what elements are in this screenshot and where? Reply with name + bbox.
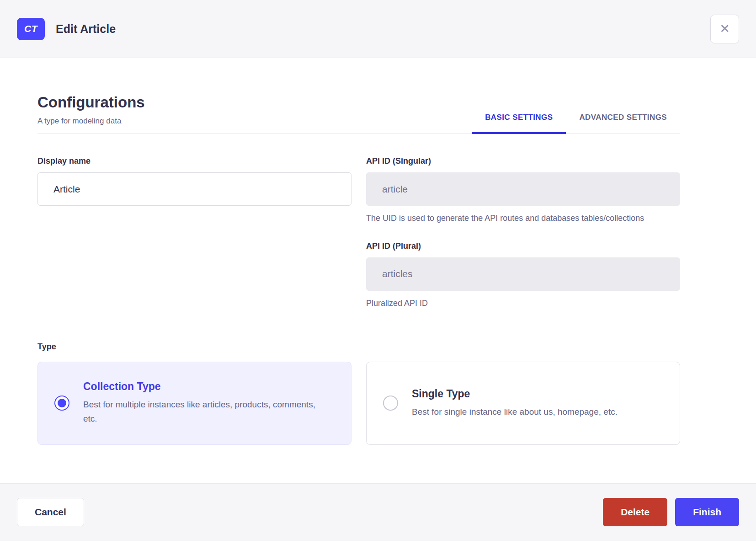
api-id-plural-hint: Pluralized API ID — [366, 297, 663, 310]
tab-advanced-settings[interactable]: ADVANCED SETTINGS — [566, 113, 680, 134]
tab-basic-settings[interactable]: BASIC SETTINGS — [472, 113, 566, 134]
close-button[interactable]: ✕ — [710, 15, 739, 43]
configuration-form: Display name API ID (Singular) The UID i… — [37, 156, 680, 310]
collection-type-card[interactable]: Collection Type Best for multiple instan… — [37, 362, 351, 445]
type-label: Type — [37, 342, 680, 352]
form-column-right: API ID (Singular) The UID is used to gen… — [366, 156, 680, 310]
display-name-label: Display name — [37, 156, 351, 166]
close-icon: ✕ — [719, 23, 730, 35]
collection-type-text: Collection Type Best for multiple instan… — [83, 380, 330, 426]
api-id-plural-input — [366, 257, 680, 291]
collection-type-description: Best for multiple instances like article… — [83, 398, 330, 426]
single-type-card[interactable]: Single Type Best for single instance lik… — [366, 362, 680, 445]
collection-type-radio[interactable] — [54, 396, 69, 411]
section-header: Configurations A type for modeling data … — [37, 94, 680, 134]
display-name-input[interactable] — [37, 172, 351, 206]
settings-tabs: BASIC SETTINGS ADVANCED SETTINGS — [472, 113, 680, 133]
finish-button[interactable]: Finish — [675, 498, 739, 526]
single-type-description: Best for single instance like about us, … — [412, 405, 618, 419]
modal-title: Edit Article — [56, 22, 116, 36]
delete-button[interactable]: Delete — [603, 498, 667, 526]
form-column-left: Display name — [37, 156, 351, 310]
cancel-button[interactable]: Cancel — [17, 498, 84, 526]
api-id-singular-input — [366, 172, 680, 206]
collection-type-title: Collection Type — [83, 380, 330, 393]
api-id-singular-label: API ID (Singular) — [366, 156, 680, 166]
api-id-plural-label: API ID (Plural) — [366, 241, 680, 251]
type-section: Type Collection Type Best for multiple i… — [37, 342, 680, 445]
page-title: Configurations — [37, 94, 145, 111]
modal-footer: Cancel Delete Finish — [0, 483, 756, 541]
modal-body: Configurations A type for modeling data … — [0, 58, 756, 445]
section-titles: Configurations A type for modeling data — [37, 94, 145, 133]
page-subtitle: A type for modeling data — [37, 117, 145, 126]
single-type-title: Single Type — [412, 388, 618, 400]
type-options: Collection Type Best for multiple instan… — [37, 362, 680, 445]
modal-header: CT Edit Article ✕ — [0, 0, 756, 58]
api-id-plural-field: API ID (Plural) Pluralized API ID — [366, 241, 680, 310]
footer-actions: Delete Finish — [603, 498, 739, 526]
api-id-singular-field: API ID (Singular) The UID is used to gen… — [366, 156, 680, 225]
content-type-badge: CT — [17, 18, 45, 40]
radio-dot — [58, 399, 66, 407]
api-id-singular-hint: The UID is used to generate the API rout… — [366, 212, 663, 225]
single-type-text: Single Type Best for single instance lik… — [412, 388, 618, 419]
single-type-radio[interactable] — [383, 396, 398, 411]
content-type-badge-label: CT — [24, 23, 37, 34]
